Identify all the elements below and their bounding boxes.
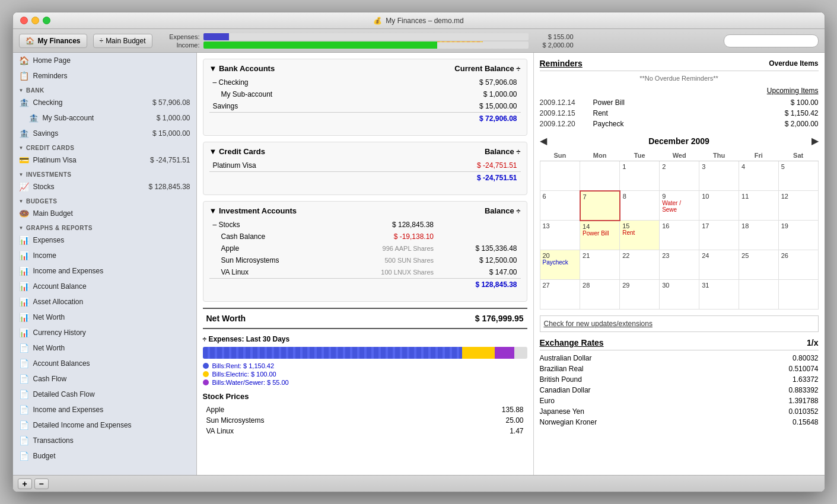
exchange-row-aud[interactable]: Australian Dollar0.80032 <box>540 353 819 363</box>
legend-item-water[interactable]: Bills:Water/Sewer: $ 55.00 <box>203 379 527 386</box>
graph-icon-2: 📊 <box>19 250 30 261</box>
expenses-bar <box>203 33 230 40</box>
search-input[interactable] <box>724 34 819 47</box>
main-window: 💰 My Finances – demo.md 🏠 My Finances ÷ … <box>12 12 825 492</box>
exchange-rates-header: Exchange Rates 1/x <box>540 338 819 350</box>
bank-sort-icon[interactable]: Current Balance ÷ <box>454 64 520 73</box>
table-row[interactable]: Cash Balance $ -19,138.10 <box>209 231 521 243</box>
sidebar-item-home[interactable]: 🏠 Home Page <box>13 53 196 68</box>
overdue-link[interactable]: Overdue Items <box>769 59 818 68</box>
minimize-button[interactable] <box>31 17 39 24</box>
expenses-title: ÷ Expenses: Last 30 Days <box>203 335 527 343</box>
sidebar-item-income-expenses-report[interactable]: 📄 Income and Expenses <box>13 402 196 417</box>
investment-sort-icon[interactable]: Balance ÷ <box>485 206 521 215</box>
sidebar-item-income-expenses-graph[interactable]: 📊 Income and Expenses <box>13 263 196 279</box>
sidebar-item-transactions[interactable]: 📄 Transactions <box>13 433 196 448</box>
calendar-week-2: 6 7 8 9Water / Sewe 10 11 12 <box>540 191 818 221</box>
no-overdue-text: **No Overdue Reminders** <box>540 75 819 82</box>
exchange-row-gbp[interactable]: British Pound1.63372 <box>540 374 819 385</box>
table-row[interactable]: – Checking $ 57,906.08 <box>209 76 521 88</box>
graph-icon-4: 📊 <box>19 281 30 292</box>
add-button[interactable]: + <box>18 479 32 489</box>
calendar-week-3: 13 14Power Bill 15Rent 16 17 18 19 <box>540 221 818 250</box>
reminders-header: Reminders Overdue Items <box>540 59 819 71</box>
sidebar: 🏠 Home Page 📋 Reminders ▼ BANK 🏦 Checkin… <box>13 53 197 475</box>
exchange-row-nok[interactable]: Norwegian Kroner0.15648 <box>540 417 819 428</box>
table-row[interactable]: Sun Microsystems 500 SUN Shares $ 12,500… <box>209 254 521 266</box>
sidebar-section-investments[interactable]: ▼ INVESTMENTS <box>13 168 196 179</box>
exchange-rates-section: Exchange Rates 1/x Australian Dollar0.80… <box>540 338 819 428</box>
sidebar-section-budgets[interactable]: ▼ BUDGETS <box>13 194 196 206</box>
sidebar-item-subaccount[interactable]: 🏦 My Sub-account $ 1,000.00 <box>13 110 196 126</box>
exchange-row-jpy[interactable]: Japanese Yen0.010352 <box>540 406 819 417</box>
investment-accounts-table: – Stocks $ 128,845.38 Cash Balance $ -19… <box>209 219 521 291</box>
reminder-row-2[interactable]: 2009.12.15 Rent $ 1,150.42 <box>540 108 819 119</box>
sidebar-item-income-graph[interactable]: 📊 Income <box>13 248 196 263</box>
legend-item-rent[interactable]: Bills:Rent: $ 1,150.42 <box>203 362 527 369</box>
title-bar: 💰 My Finances – demo.md <box>13 12 825 29</box>
sidebar-item-expenses-graph[interactable]: 📊 Expenses <box>13 232 196 248</box>
exchange-row-cad[interactable]: Canadian Dollar0.883392 <box>540 385 819 395</box>
sidebar-item-detailed-income-expenses[interactable]: 📄 Detailed Income and Expenses <box>13 417 196 433</box>
legend-item-electric[interactable]: Bills:Electric: $ 100.00 <box>203 371 527 378</box>
stock-row-sun[interactable]: Sun Microsystems 25.00 <box>203 415 527 426</box>
bank-icon: 🏦 <box>19 97 30 108</box>
sidebar-item-main-budget[interactable]: 🍩 Main Budget <box>13 206 196 221</box>
table-row[interactable]: Savings $ 15,000.00 <box>209 100 521 113</box>
exchange-row-eur[interactable]: Euro1.391788 <box>540 395 819 406</box>
sidebar-item-cash-flow[interactable]: 📄 Cash Flow <box>13 371 196 387</box>
budget-bars: Expenses: $ 155.00 Income: $ 2,000.00 <box>158 33 574 49</box>
sidebar-item-account-balances-report[interactable]: 📄 Account Balances <box>13 356 196 371</box>
sidebar-item-stocks[interactable]: 📈 Stocks $ 128,845.38 <box>13 179 196 194</box>
app-name-button[interactable]: 🏠 My Finances <box>19 34 87 48</box>
chevron-down-icon-2: ▼ <box>19 145 24 151</box>
sidebar-item-net-worth-report[interactable]: 📄 Net Worth <box>13 340 196 356</box>
stock-row-valinux[interactable]: VA Linux 1.47 <box>203 426 527 436</box>
sidebar-item-budget-report[interactable]: 📄 Budget <box>13 448 196 464</box>
reminder-row-3[interactable]: 2009.12.20 Paycheck $ 2,000.00 <box>540 119 819 129</box>
graph-icon-5: 📊 <box>19 296 30 307</box>
reminder-row-1[interactable]: 2009.12.14 Power Bill $ 100.00 <box>540 97 819 108</box>
bottom-bar: + − <box>13 475 825 492</box>
credit-icon: 💳 <box>19 155 30 165</box>
main-content: 🏠 Home Page 📋 Reminders ▼ BANK 🏦 Checkin… <box>13 53 825 475</box>
sidebar-item-asset-allocation[interactable]: 📊 Asset Allocation <box>13 294 196 310</box>
sidebar-item-currency-history[interactable]: 📊 Currency History <box>13 325 196 340</box>
table-row[interactable]: Apple 996 AAPL Shares $ 135,336.48 <box>209 243 521 254</box>
sidebar-item-detailed-cash-flow[interactable]: 📄 Detailed Cash Flow <box>13 387 196 402</box>
sidebar-item-checking[interactable]: 🏦 Checking $ 57,906.08 <box>13 95 196 110</box>
bank-accounts-table: – Checking $ 57,906.08 My Sub-account $ … <box>209 76 521 125</box>
report-icon-4: 📄 <box>19 389 30 400</box>
maximize-button[interactable] <box>43 17 50 24</box>
expenses-bar-chart <box>203 347 527 359</box>
sidebar-section-bank[interactable]: ▼ BANK <box>13 84 196 95</box>
sidebar-item-visa[interactable]: 💳 Platinum Visa $ -24,751.51 <box>13 152 196 168</box>
budget-button[interactable]: ÷ Main Budget <box>93 34 152 48</box>
expenses-section: ÷ Expenses: Last 30 Days Bills:Rent: $ 1… <box>203 335 527 386</box>
sidebar-section-graphs[interactable]: ▼ GRAPHS & REPORTS <box>13 221 196 232</box>
sidebar-item-savings[interactable]: 🏦 Savings $ 15,000.00 <box>13 126 196 141</box>
bar-rent <box>203 347 463 359</box>
calendar-prev-button[interactable]: ◀ <box>540 135 547 146</box>
exchange-row-brl[interactable]: Brazilian Real0.510074 <box>540 363 819 374</box>
sidebar-item-account-balance-graph[interactable]: 📊 Account Balance <box>13 279 196 294</box>
upcoming-header: Upcoming Items <box>540 87 819 95</box>
table-row[interactable]: – Stocks $ 128,845.38 <box>209 219 521 231</box>
reminders-icon: 📋 <box>19 71 30 81</box>
sidebar-item-net-worth-graph[interactable]: 📊 Net Worth <box>13 310 196 325</box>
stock-row-apple[interactable]: Apple 135.88 <box>203 404 527 415</box>
chevron-down-icon-3: ▼ <box>19 172 24 177</box>
bank-accounts-section: ▼ Bank Accounts Current Balance ÷ – Chec… <box>203 59 527 136</box>
calendar-grid: Sun Mon Tue Wed Thu Fri Sat <box>540 150 819 310</box>
sidebar-item-reminders[interactable]: 📋 Reminders <box>13 68 196 84</box>
remove-button[interactable]: − <box>34 479 49 489</box>
credit-sort-icon[interactable]: Balance ÷ <box>485 147 521 156</box>
close-button[interactable] <box>20 17 28 24</box>
calendar-next-button[interactable]: ▶ <box>811 135 819 146</box>
report-icon-6: 📄 <box>19 420 30 430</box>
table-row[interactable]: VA Linux 100 LNUX Shares $ 147.00 <box>209 266 521 279</box>
table-row[interactable]: Platinum Visa $ -24,751.51 <box>209 160 521 172</box>
table-row[interactable]: My Sub-account $ 1,000.00 <box>209 88 521 100</box>
sidebar-section-credit[interactable]: ▼ CREDIT CARDS <box>13 141 196 152</box>
updates-link[interactable]: Check for new updates/extensions <box>540 315 819 332</box>
